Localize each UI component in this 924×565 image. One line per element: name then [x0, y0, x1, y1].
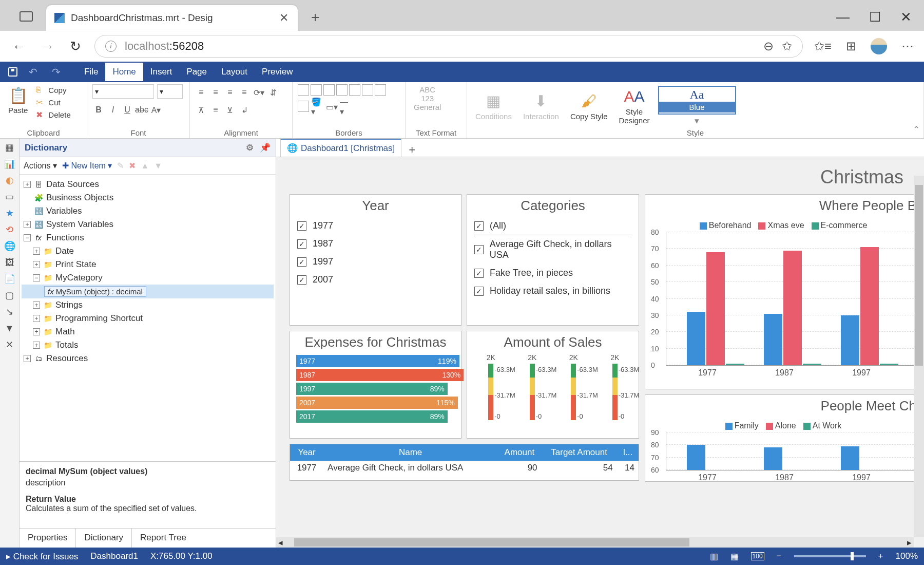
category-item[interactable]: ✓Average Gift Check, in dollars USA [467, 235, 639, 264]
nav-reload[interactable]: ↻ [68, 36, 83, 56]
status-check[interactable]: ▸ Check for Issues [6, 551, 78, 562]
align-left[interactable]: ≡ [195, 86, 207, 99]
fill-color[interactable]: 🪣▾ [311, 101, 323, 113]
text-format-button[interactable]: ABC 123 General [411, 84, 444, 112]
undo-button[interactable]: ↶ [22, 62, 45, 82]
font-color-button[interactable]: A▾ [150, 104, 162, 116]
rail-gauge-icon[interactable]: ◐ [4, 175, 15, 186]
year-item[interactable]: ✓2007 [290, 271, 461, 289]
underline-button[interactable]: U [121, 104, 133, 116]
menu-insert[interactable]: Insert [143, 63, 180, 81]
menu-page[interactable]: Page [179, 63, 214, 81]
widget-meet-chart[interactable]: People Meet Ch FamilyAloneAt Work 607080… [645, 394, 922, 482]
window-close[interactable]: ✕ [900, 9, 912, 25]
new-tab-button[interactable]: + [311, 9, 319, 31]
tree-item-mysum[interactable]: fx MySum (object) : decimal [22, 285, 274, 298]
rail-refresh-icon[interactable]: ⟲ [4, 224, 15, 235]
strike-button[interactable]: abc [136, 104, 148, 116]
line-spacing[interactable]: ⇵ [267, 86, 279, 99]
panel-gear-icon[interactable]: ⚙ [246, 142, 254, 153]
status-icon-2[interactable]: ▦ [730, 551, 739, 562]
rail-arrow-icon[interactable]: ↘ [4, 306, 15, 317]
wrap-button[interactable]: ↲ [238, 104, 251, 116]
widget-expenses[interactable]: Expenses for Christmas 1977119%1987130%1… [290, 331, 461, 439]
save-icon[interactable] [8, 67, 17, 77]
panel-pin-icon[interactable]: 📌 [260, 142, 271, 153]
profile-avatar[interactable] [871, 38, 887, 54]
tab-properties[interactable]: Properties [20, 529, 75, 548]
align-justify[interactable]: ≡ [238, 86, 251, 99]
cut-button[interactable]: ✂Cut [34, 97, 72, 108]
font-size-combo[interactable]: ▾ [157, 84, 183, 99]
border-color[interactable]: ▭▾ [325, 101, 338, 113]
collections-icon[interactable]: ⊞ [846, 39, 856, 53]
zoom-out[interactable]: − [777, 551, 782, 561]
remove-icon[interactable]: ✖ [129, 161, 136, 171]
tabs-overview-icon[interactable] [20, 11, 33, 22]
menu-file[interactable]: File [77, 63, 105, 81]
up-icon[interactable]: ▲ [141, 161, 149, 171]
menu-preview[interactable]: Preview [255, 63, 300, 81]
horizontal-scrollbar[interactable]: ◂▸ [276, 537, 914, 548]
italic-button[interactable]: I [107, 104, 119, 116]
font-family-combo[interactable]: ▾ [92, 84, 154, 99]
window-maximize[interactable]: ☐ [869, 9, 881, 25]
border-presets[interactable] [298, 84, 386, 96]
valign-mid[interactable]: ≡ [209, 104, 222, 116]
rail-panel-icon[interactable]: ▢ [4, 290, 15, 301]
rail-globe-icon[interactable]: 🌐 [4, 240, 15, 252]
widget-year[interactable]: Year ✓1977✓1987✓1997✓2007 [290, 194, 461, 326]
year-item[interactable]: ✓1987 [290, 235, 461, 253]
menu-home[interactable]: Home [105, 63, 143, 81]
add-page-button[interactable]: + [401, 143, 422, 157]
category-item[interactable]: ✓Fake Tree, in pieces [467, 264, 639, 282]
style-designer-button[interactable]: AAStyle Designer [615, 86, 652, 126]
year-item[interactable]: ✓1997 [290, 253, 461, 271]
widget-sales[interactable]: Amount of Sales 2K-63.3M-31.7M-02K-63.3M… [467, 331, 639, 439]
rail-star-icon[interactable]: ★ [4, 208, 15, 219]
address-bar[interactable]: i localhost:56208 ⊖ ✩ [94, 35, 803, 58]
edit-icon[interactable]: ✎ [117, 161, 124, 171]
rail-tools-icon[interactable]: ✕ [4, 339, 15, 350]
delete-button[interactable]: ✖Delete [34, 109, 72, 120]
more-icon[interactable]: ⋯ [901, 39, 914, 53]
menu-layout[interactable]: Layout [214, 63, 255, 81]
widget-table[interactable]: YearNameAmountTarget AmountI... 1977Aver… [290, 444, 639, 481]
valign-top[interactable]: ⊼ [195, 104, 207, 116]
status-icon-1[interactable]: ▥ [710, 551, 718, 562]
rail-chart-icon[interactable]: 📊 [4, 158, 15, 170]
category-item[interactable]: ✓Holiday retail sales, in billions [467, 282, 639, 300]
border-style[interactable]: ― ▾ [340, 101, 352, 113]
document-tab[interactable]: 🌐 Dashboard1 [Christmas] [280, 139, 401, 157]
browser-tab[interactable]: DashboardChristmas.mrt - Desig ✕ [46, 5, 298, 31]
paste-button[interactable]: 📋 Paste [5, 84, 31, 116]
bold-button[interactable]: B [92, 104, 105, 116]
new-item-dropdown[interactable]: ✚ New Item ▾ [62, 161, 112, 171]
widget-categories[interactable]: Categories ✓(All)✓Average Gift Check, in… [467, 194, 639, 326]
rail-table-icon[interactable]: ▦ [4, 142, 15, 153]
align-center[interactable]: ≡ [209, 86, 222, 99]
category-item[interactable]: ✓(All) [474, 217, 631, 235]
status-icon-3[interactable]: 100 [751, 552, 764, 560]
vertical-scrollbar[interactable] [914, 176, 924, 537]
valign-bot[interactable]: ⊻ [224, 104, 236, 116]
rail-shape-icon[interactable]: ▭ [4, 191, 15, 202]
favorites-list-icon[interactable]: ✩≡ [814, 39, 832, 53]
zoom-slider[interactable] [794, 555, 866, 557]
collapse-ribbon[interactable]: ⌃ [913, 124, 920, 135]
redo-button[interactable]: ↷ [45, 62, 68, 82]
style-dropdown[interactable]: ▾ [695, 116, 699, 126]
rail-text-icon[interactable]: 📄 [4, 273, 15, 285]
rail-image-icon[interactable]: 🖼 [4, 257, 15, 268]
zoom-out-icon[interactable]: ⊖ [763, 39, 774, 53]
year-item[interactable]: ✓1977 [290, 217, 461, 235]
style-swatch[interactable]: Aa Blue [658, 86, 736, 115]
favorite-icon[interactable]: ✩ [782, 39, 792, 53]
dictionary-tree[interactable]: +🗄Data Sources 🧩Business Objects 🔣Variab… [20, 175, 276, 461]
window-minimize[interactable]: — [836, 9, 850, 25]
tab-report-tree[interactable]: Report Tree [132, 529, 195, 548]
border-all[interactable] [298, 101, 309, 112]
zoom-in[interactable]: + [878, 551, 883, 561]
nav-back[interactable]: ← [10, 36, 28, 56]
tab-dictionary[interactable]: Dictionary [75, 528, 132, 548]
